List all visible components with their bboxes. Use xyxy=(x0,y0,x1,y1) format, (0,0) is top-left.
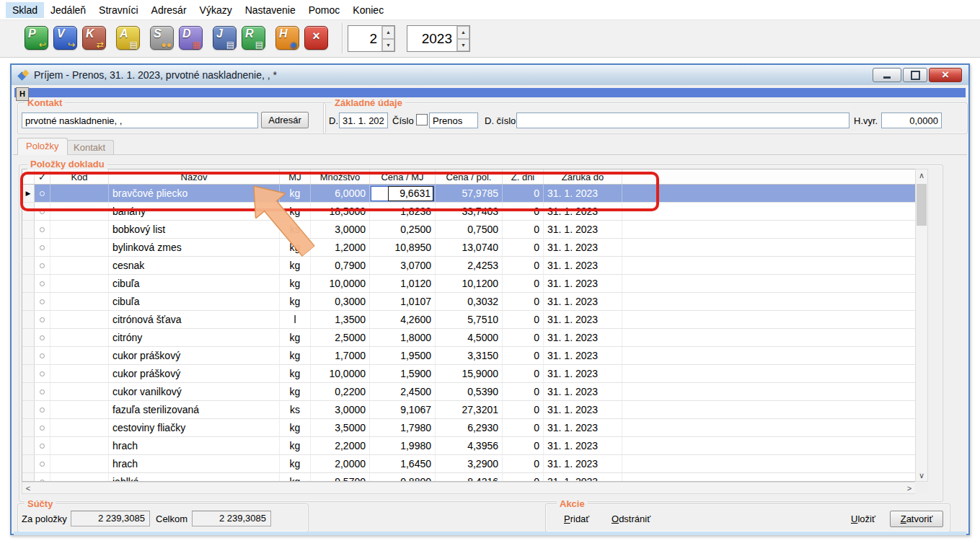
cell-mnozstvo[interactable]: 10,0000 xyxy=(311,365,370,382)
year-spinner[interactable]: 2023 ▲ ▼ xyxy=(407,25,470,52)
cell-mj[interactable]: l xyxy=(280,311,311,328)
cell-kod[interactable] xyxy=(50,401,109,418)
cell-nazov[interactable]: citrónová šťava xyxy=(109,311,280,328)
menu-item-koniec[interactable]: Koniec xyxy=(346,2,390,18)
cell-nazov[interactable]: cukor práškový xyxy=(109,365,280,382)
cell-mj[interactable]: kg xyxy=(280,275,311,292)
menu-item-sklad[interactable]: Sklad xyxy=(6,2,44,18)
menu-item-výkazy[interactable]: Výkazy xyxy=(193,2,239,18)
column-header-zaruka-do[interactable]: Záruka do xyxy=(544,169,622,184)
cell-nazov[interactable]: cestoviny fliačky xyxy=(109,419,280,436)
cell-cena-pol[interactable]: 4,5000 xyxy=(436,329,503,346)
cell-mnozstvo[interactable]: 1,3500 xyxy=(311,311,370,328)
cell-cena-mj[interactable]: 4,2600 xyxy=(370,311,436,328)
cell-mnozstvo[interactable]: 0,7900 xyxy=(311,257,370,274)
toolbar-button-koniec[interactable]: × xyxy=(304,26,328,50)
table-row[interactable]: citrónová šťaval1,35004,26005,7510031. 1… xyxy=(22,311,915,329)
cell-mnozstvo[interactable]: 10,0000 xyxy=(311,275,370,292)
cell-cena-pol[interactable]: 0,7500 xyxy=(436,221,503,238)
cell-z-dni[interactable]: 0 xyxy=(503,293,544,310)
maximize-button[interactable] xyxy=(903,68,927,82)
cell-cena-pol[interactable]: 10,1200 xyxy=(436,275,503,292)
cell-mnozstvo[interactable]: 2,2000 xyxy=(311,437,370,454)
cell-kod[interactable] xyxy=(50,455,109,472)
cell-nazov[interactable]: hrach xyxy=(109,437,280,454)
cell-mj[interactable]: kg xyxy=(280,347,311,364)
table-row[interactable]: banánykg18,50001,823833,7403031. 1. 2023 xyxy=(22,203,915,221)
cell-zaruka-do[interactable]: 31. 1. 2023 xyxy=(544,329,622,346)
cell-cena-mj[interactable]: 1,0107 xyxy=(370,293,436,310)
cell-cena-pol[interactable]: 8,4216 xyxy=(436,473,503,482)
minimize-button[interactable] xyxy=(873,68,901,82)
cell-zaruka-do[interactable]: 31. 1. 2023 xyxy=(544,293,622,310)
cell-mnozstvo[interactable]: 2,0000 xyxy=(311,455,370,472)
cell-cena-pol[interactable]: 33,7403 xyxy=(436,203,503,220)
month-down-icon[interactable]: ▼ xyxy=(382,39,394,52)
horizontal-scrollbar[interactable]: < > xyxy=(22,482,916,494)
cell-zaruka-do[interactable]: 31. 1. 2023 xyxy=(544,419,622,436)
column-header-mnozstvo[interactable]: Množstvo xyxy=(311,169,370,184)
menu-item-pomoc[interactable]: Pomoc xyxy=(302,2,347,18)
cell-mj[interactable]: kg xyxy=(280,383,311,400)
cell-z-dni[interactable]: 0 xyxy=(503,365,544,382)
menu-item-stravníci[interactable]: Stravníci xyxy=(92,2,144,18)
cislo-checkbox[interactable] xyxy=(416,114,428,125)
cell-cena-mj[interactable]: 1,9980 xyxy=(370,437,436,454)
cell-cena-pol[interactable]: 3,3150 xyxy=(436,347,503,364)
cell-kod[interactable] xyxy=(50,383,109,400)
date-field[interactable] xyxy=(339,113,388,128)
cell-kod[interactable] xyxy=(50,203,109,220)
cell-zaruka-do[interactable]: 31. 1. 2023 xyxy=(544,347,622,364)
hvyr-field[interactable] xyxy=(881,113,942,128)
cell-mj[interactable]: kg xyxy=(280,239,311,256)
cell-kod[interactable] xyxy=(50,419,109,436)
table-row[interactable]: cukor vanilkovýkg0,22002,45000,5390031. … xyxy=(22,383,915,401)
cell-mnozstvo[interactable]: 18,5000 xyxy=(311,203,370,220)
cell-zaruka-do[interactable]: 31. 1. 2023 xyxy=(544,311,622,328)
year-up-icon[interactable]: ▲ xyxy=(457,26,469,39)
scroll-left-icon[interactable]: < xyxy=(22,482,34,493)
cell-cena-pol[interactable]: 0,3032 xyxy=(436,293,503,310)
cell-mj[interactable]: kg xyxy=(280,329,311,346)
cell-zaruka-do[interactable]: 31. 1. 2023 xyxy=(544,185,622,202)
cell-nazov[interactable]: cibuľa xyxy=(109,293,280,310)
column-header-mj[interactable]: MJ xyxy=(280,169,311,184)
cell-cena-mj[interactable]: 1,7980 xyxy=(370,419,436,436)
cell-cena-mj[interactable] xyxy=(370,185,436,202)
cell-z-dni[interactable]: 0 xyxy=(503,221,544,238)
table-row[interactable]: bobkový listks3,00000,25000,7500031. 1. … xyxy=(22,221,915,239)
cell-cena-pol[interactable]: 6,2930 xyxy=(436,419,503,436)
cell-mj[interactable]: kg xyxy=(280,185,311,202)
window-titlebar[interactable]: Príjem - Prenos, 31. 1. 2023, prvotné na… xyxy=(12,65,968,86)
vertical-scrollbar-thumb[interactable] xyxy=(917,184,927,226)
cell-z-dni[interactable]: 0 xyxy=(503,401,544,418)
cell-cena-mj[interactable]: 9,1067 xyxy=(370,401,436,418)
menu-item-nastavenie[interactable]: Nastavenie xyxy=(239,2,302,18)
cell-cena-pol[interactable]: 4,3956 xyxy=(436,437,503,454)
cell-cena-pol[interactable]: 5,7510 xyxy=(436,311,503,328)
cell-cena-pol[interactable]: 15,9000 xyxy=(436,365,503,382)
toolbar-button-stravnici[interactable]: S●● xyxy=(150,26,174,50)
adresar-button[interactable]: Adresár xyxy=(261,112,309,128)
table-row[interactable]: jablkákg9,57000,88008,4216031. 1. 2023 xyxy=(22,473,915,482)
toolbar-button-recepty[interactable]: R▤ xyxy=(242,26,265,50)
cell-z-dni[interactable]: 0 xyxy=(503,455,544,472)
cell-mj[interactable]: kg xyxy=(280,293,311,310)
table-row[interactable]: bylinková zmeskg1,200010,895013,0740031.… xyxy=(22,239,915,257)
cell-kod[interactable] xyxy=(50,221,109,238)
table-row[interactable]: fazuľa sterilizovanáks3,00009,106727,320… xyxy=(22,401,915,419)
tab-kontakt[interactable]: Kontakt xyxy=(65,140,114,155)
scroll-up-icon[interactable]: ∧ xyxy=(916,169,927,181)
cell-kod[interactable] xyxy=(50,239,109,256)
cell-cena-pol[interactable]: 3,2900 xyxy=(436,455,503,472)
cell-mj[interactable]: kg xyxy=(280,419,311,436)
cell-cena-mj[interactable]: 0,2500 xyxy=(370,221,436,238)
zatvorit-button[interactable]: Zatvoriť xyxy=(890,511,943,527)
cell-mnozstvo[interactable]: 3,0000 xyxy=(311,221,370,238)
table-row[interactable]: hrachkg2,20001,99804,3956031. 1. 2023 xyxy=(22,437,915,455)
cell-z-dni[interactable]: 0 xyxy=(503,203,544,220)
cell-zaruka-do[interactable]: 31. 1. 2023 xyxy=(544,437,622,454)
table-row[interactable]: cesnakkg0,79003,07002,4253031. 1. 2023 xyxy=(22,257,915,275)
cell-cena-pol[interactable]: 2,4253 xyxy=(436,257,503,274)
column-header-kod[interactable]: Kód xyxy=(50,169,109,184)
